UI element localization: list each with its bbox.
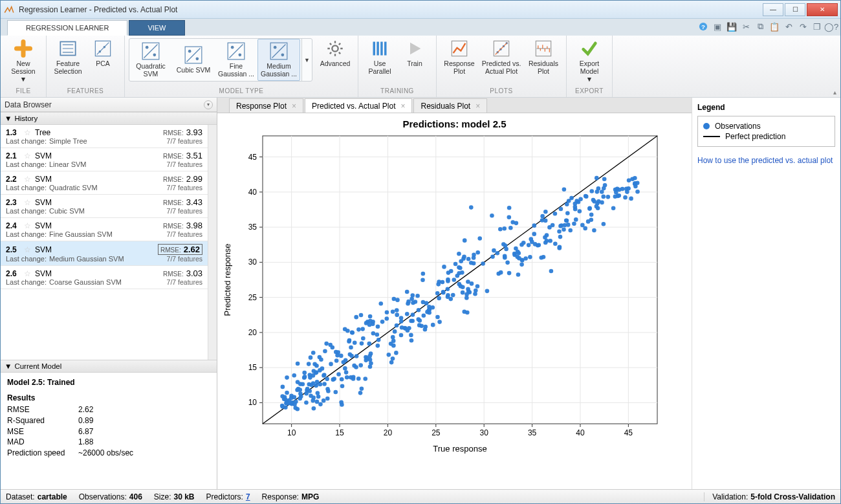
metric-row: RMSE2.62	[7, 404, 210, 415]
scrollbar[interactable]	[208, 125, 217, 360]
svg-point-244	[519, 263, 524, 267]
star-icon[interactable]: ☆	[24, 151, 31, 160]
residuals-plot-button[interactable]: Residuals Plot	[525, 38, 562, 76]
model-medium-gaussian[interactable]: Medium Gaussian ...	[257, 39, 300, 81]
close-icon[interactable]: ×	[292, 102, 296, 111]
predicted-vs-actual-button[interactable]: Predicted vs. Actual Plot	[478, 38, 525, 76]
svg-point-288	[361, 336, 366, 341]
svg-point-162	[502, 226, 507, 231]
qa-icon-9[interactable]: ❐	[812, 21, 822, 32]
pca-button[interactable]: PCA	[85, 38, 120, 69]
model-fine-gaussian[interactable]: Fine Gaussian ...	[215, 39, 257, 81]
svg-point-105	[311, 399, 315, 403]
paste-icon[interactable]: 📋	[769, 21, 780, 32]
save-icon[interactable]: 💾	[726, 21, 737, 32]
svg-point-396	[369, 351, 373, 356]
advanced-button[interactable]: Advanced	[316, 38, 354, 69]
star-icon[interactable]: ☆	[24, 269, 31, 278]
toolstrip-collapse-icon[interactable]: ▴	[833, 89, 836, 96]
help-icon[interactable]: ?	[698, 21, 708, 32]
svg-point-464	[307, 362, 311, 366]
close-button[interactable]: ✕	[807, 3, 838, 16]
tab-response-plot[interactable]: Response Plot×	[229, 98, 303, 113]
star-icon[interactable]: ☆	[24, 175, 31, 184]
svg-point-339	[340, 402, 344, 407]
train-button[interactable]: Train	[397, 38, 432, 69]
history-item[interactable]: 2.4☆SVMRMSE: 3.98Last change:Fine Gaussi…	[1, 218, 208, 241]
tab-residuals-plot[interactable]: Residuals Plot×	[413, 98, 487, 113]
tab-view[interactable]: VIEW	[129, 20, 184, 36]
close-icon[interactable]: ×	[475, 102, 480, 111]
svg-point-92	[405, 312, 410, 316]
svg-point-189	[507, 206, 512, 210]
svg-point-407	[316, 391, 320, 395]
history-item[interactable]: 2.5☆SVMRMSE: 2.62Last change:Medium Gaus…	[1, 241, 208, 266]
model-cubic-svm[interactable]: Cubic SVM	[172, 43, 215, 77]
history-item[interactable]: 2.2☆SVMRMSE: 2.99Last change:Quadratic S…	[1, 171, 208, 195]
dot-icon	[703, 123, 710, 129]
qa-icon-2[interactable]: ▣	[712, 21, 723, 32]
minimize-button[interactable]: —	[763, 3, 783, 16]
toolstrip-group-file: New Session▼ FILE	[1, 36, 47, 97]
panel-options-icon[interactable]: ▾	[204, 100, 213, 109]
svg-point-277	[507, 271, 512, 276]
star-icon[interactable]: ☆	[24, 198, 31, 207]
history-header[interactable]: ▼ History	[1, 112, 217, 125]
svg-point-467	[600, 201, 604, 205]
svg-point-10	[188, 50, 191, 53]
response-plot-button[interactable]: Response Plot	[441, 38, 478, 76]
copy-icon[interactable]: ⧉	[755, 21, 765, 32]
svg-point-416	[583, 226, 587, 231]
svg-point-418	[481, 261, 485, 266]
svg-point-110	[389, 360, 394, 365]
tab-regression-learner[interactable]: REGRESSION LEARNER	[7, 20, 127, 36]
help-link[interactable]: How to use the predicted vs. actual plot	[697, 156, 835, 166]
tab-predicted-vs-actual[interactable]: Predicted vs. Actual Plot×	[305, 98, 412, 113]
svg-point-343	[533, 242, 538, 247]
svg-point-240	[312, 406, 316, 411]
svg-point-108	[349, 345, 353, 350]
svg-point-172	[578, 209, 582, 214]
new-session-button[interactable]: New Session▼	[5, 38, 42, 84]
close-icon[interactable]: ×	[400, 102, 405, 111]
star-icon[interactable]: ☆	[24, 128, 31, 137]
svg-point-176	[403, 326, 408, 331]
svg-point-406	[539, 256, 543, 260]
cut-icon[interactable]: ✂	[741, 21, 751, 32]
svg-point-177	[441, 290, 446, 295]
model-quadratic-svm[interactable]: Quadratic SVM	[129, 39, 172, 81]
export-model-button[interactable]: Export Model▼	[571, 38, 608, 84]
svg-point-341	[343, 366, 347, 371]
model-gallery-expand[interactable]: ▼	[301, 39, 312, 81]
history-item[interactable]: 2.6☆SVMRMSE: 3.03Last change:Coarse Gaus…	[1, 266, 208, 289]
plot-panel: Predictions: model 2.5 10152025303540451…	[217, 113, 692, 489]
svg-point-252	[603, 183, 607, 188]
star-icon[interactable]: ☆	[24, 221, 31, 230]
svg-point-478	[492, 248, 496, 253]
svg-point-411	[437, 320, 442, 324]
svg-point-314	[324, 342, 329, 346]
svg-point-347	[537, 243, 541, 248]
history-item[interactable]: 2.3☆SVMRMSE: 3.43Last change:Cubic SVM7/…	[1, 195, 208, 218]
svg-point-272	[350, 331, 355, 335]
star-icon[interactable]: ☆	[24, 245, 31, 254]
svg-point-424	[559, 207, 563, 212]
svg-point-328	[410, 297, 414, 301]
history-item[interactable]: 2.1☆SVMRMSE: 3.51Last change:Linear SVM7…	[1, 148, 208, 171]
context-help-icon[interactable]: ◯?	[826, 21, 836, 32]
svg-point-336	[462, 254, 466, 259]
svg-point-361	[322, 399, 326, 403]
history-item[interactable]: 1.3☆TreeRMSE: 3.93Last change:Simple Tre…	[1, 125, 208, 148]
feature-selection-button[interactable]: Feature Selection	[50, 38, 85, 76]
svg-point-196	[592, 228, 596, 233]
undo-icon[interactable]: ↶	[783, 21, 794, 32]
maximize-button[interactable]: ☐	[785, 3, 805, 16]
svg-point-144	[452, 278, 456, 282]
svg-point-483	[543, 236, 547, 240]
model-gallery[interactable]: Quadratic SVM Cubic SVM Fine Gaussian ..…	[129, 38, 312, 82]
current-model-header[interactable]: ▼ Current Model	[1, 360, 217, 373]
use-parallel-button[interactable]: Use Parallel	[362, 38, 397, 76]
redo-icon[interactable]: ↷	[798, 21, 808, 32]
svg-point-412	[527, 243, 531, 248]
residuals-icon	[534, 39, 552, 58]
